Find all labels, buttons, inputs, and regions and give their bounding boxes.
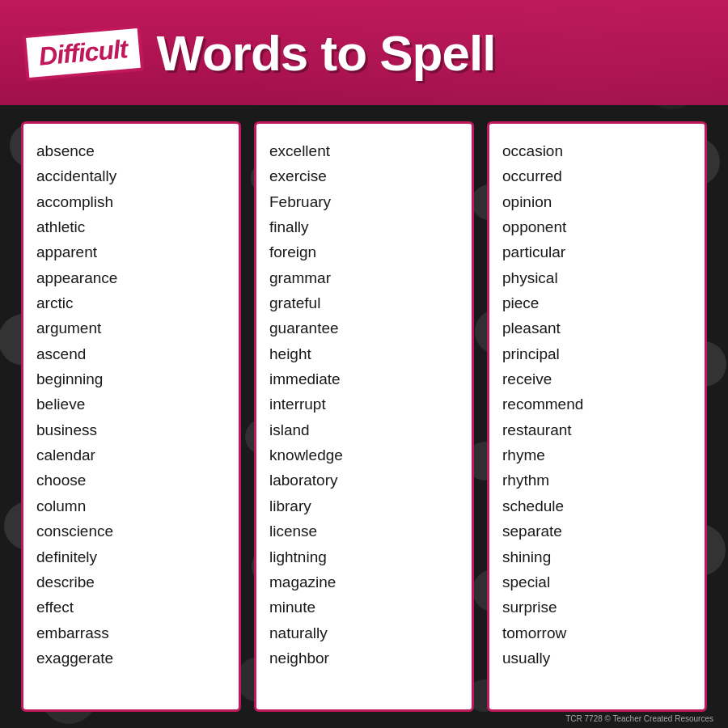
list-item: athletic — [36, 214, 226, 239]
list-item: occurred — [502, 163, 692, 188]
list-item: absence — [36, 138, 226, 163]
list-item: pleasant — [502, 315, 692, 341]
list-item: interrupt — [269, 392, 459, 417]
list-item: height — [269, 341, 459, 366]
list-item: island — [269, 417, 459, 442]
list-item: piece — [502, 290, 692, 315]
list-item: special — [502, 569, 692, 595]
list-item: neighbor — [269, 645, 459, 671]
list-item: tomorrow — [502, 620, 692, 645]
list-item: particular — [502, 239, 692, 265]
list-item: February — [269, 189, 459, 214]
list-item: principal — [502, 341, 692, 366]
word-column-3: occasionoccurredopinionopponentparticula… — [487, 121, 707, 712]
list-item: arctic — [36, 290, 226, 315]
list-item: embarrass — [36, 620, 226, 645]
list-item: physical — [502, 265, 692, 290]
list-item: exaggerate — [36, 645, 226, 671]
list-item: occasion — [502, 138, 692, 163]
list-item: rhyme — [502, 442, 692, 468]
list-item: laboratory — [269, 468, 459, 493]
list-item: ascend — [36, 341, 226, 366]
list-item: immediate — [269, 366, 459, 392]
list-item: rhythm — [502, 468, 692, 493]
list-item: naturally — [269, 620, 459, 645]
list-item: guarantee — [269, 315, 459, 341]
list-item: choose — [36, 468, 226, 493]
list-item: calendar — [36, 442, 226, 468]
list-item: business — [36, 417, 226, 442]
list-item: apparent — [36, 239, 226, 265]
list-item: grateful — [269, 290, 459, 315]
list-item: receive — [502, 366, 692, 392]
list-item: grammar — [269, 265, 459, 290]
list-item: magazine — [269, 569, 459, 595]
list-item: recommend — [502, 392, 692, 417]
list-item: minute — [269, 595, 459, 620]
header-banner: Difficult Words to Spell — [0, 0, 728, 105]
list-item: schedule — [502, 493, 692, 518]
list-item: beginning — [36, 366, 226, 392]
list-item: exercise — [269, 163, 459, 188]
list-item: shining — [502, 544, 692, 569]
list-item: finally — [269, 214, 459, 239]
list-item: conscience — [36, 518, 226, 544]
list-item: foreign — [269, 239, 459, 265]
word-column-1: absenceaccidentallyaccomplishathleticapp… — [21, 121, 241, 712]
list-item: accidentally — [36, 163, 226, 188]
list-item: effect — [36, 595, 226, 620]
list-item: restaurant — [502, 417, 692, 442]
list-item: opinion — [502, 189, 692, 214]
list-item: definitely — [36, 544, 226, 569]
word-column-2: excellentexerciseFebruaryfinallyforeigng… — [254, 121, 474, 712]
list-item: believe — [36, 392, 226, 417]
difficult-label: Difficult — [38, 34, 129, 70]
list-item: library — [269, 493, 459, 518]
list-item: appearance — [36, 265, 226, 290]
list-item: license — [269, 518, 459, 544]
content-area: absenceaccidentallyaccomplishathleticapp… — [0, 105, 728, 728]
list-item: accomplish — [36, 189, 226, 214]
list-item: describe — [36, 569, 226, 595]
list-item: opponent — [502, 214, 692, 239]
list-item: knowledge — [269, 442, 459, 468]
list-item: lightning — [269, 544, 459, 569]
footer-credit: TCR 7728 © Teacher Created Resources — [565, 714, 713, 723]
list-item: separate — [502, 518, 692, 544]
list-item: column — [36, 493, 226, 518]
difficult-badge: Difficult — [23, 24, 144, 80]
list-item: excellent — [269, 138, 459, 163]
list-item: surprise — [502, 595, 692, 620]
page-title: Words to Spell — [157, 24, 496, 82]
list-item: usually — [502, 645, 692, 671]
list-item: argument — [36, 315, 226, 341]
